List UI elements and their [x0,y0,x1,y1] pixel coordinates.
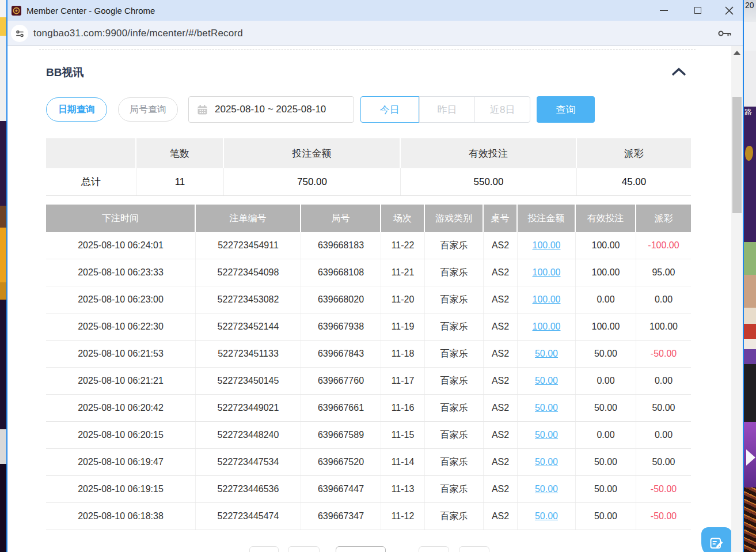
password-key-icon[interactable] [717,29,732,40]
date-range-input[interactable]: 2025-08-10 ~ 2025-08-10 [188,96,354,123]
round-no-cell: 639667938 [301,313,381,340]
table-no-cell: AS2 [484,341,518,367]
session-cell: 11-20 [381,286,425,313]
scroll-up-arrow-icon[interactable] [734,51,740,55]
game-type-cell: 百家乐 [425,341,484,367]
bet-amount-cell: 50.00 [518,395,576,421]
table-no-cell: AS2 [484,476,518,502]
table-no-cell: AS2 [484,449,518,475]
table-row: 2025-08-10 06:23:00522723453082639668020… [46,286,691,313]
valid-bet-cell: 0.00 [576,286,636,313]
quick-range-last8days[interactable]: 近8日 [474,97,530,122]
payout-cell: -50.00 [636,341,691,367]
game-type-cell: 百家乐 [425,259,484,286]
game-type-cell: 百家乐 [425,368,484,394]
bet-id-cell: 522723454911 [196,232,301,259]
round-no-cell: 639668183 [301,232,381,259]
session-cell: 11-18 [381,341,425,367]
bet-time-cell: 2025-08-10 06:23:33 [46,259,196,286]
date-range-value: 2025-08-10 ~ 2025-08-10 [215,104,326,115]
bet-id-cell: 522723449021 [196,395,301,421]
minimize-button[interactable] [660,0,668,21]
session-cell: 11-22 [381,232,425,259]
bet-amount-link[interactable]: 50.00 [535,484,558,494]
bet-amount-cell: 100.00 [518,232,576,259]
bet-amount-link[interactable]: 50.00 [535,403,558,413]
bet-amount-cell: 100.00 [518,313,576,340]
tune-icon [15,29,25,39]
table-row: 2025-08-10 06:19:47522723447534639667520… [46,449,691,476]
bet-amount-link[interactable]: 50.00 [535,349,558,359]
session-cell: 11-13 [381,476,425,502]
bet-amount-link[interactable]: 50.00 [535,457,558,467]
quick-range-group: 今日 昨日 近8日 [360,96,530,123]
bet-amount-link[interactable]: 100.00 [533,322,561,332]
header-bet-time: 下注时间 [46,205,195,232]
game-type-cell: 百家乐 [425,503,484,530]
bet-amount-link[interactable]: 100.00 [533,240,561,251]
bet-time-cell: 2025-08-10 06:18:38 [46,503,196,530]
window-titlebar: Member Center - Google Chrome [7,0,743,21]
table-no-cell: AS2 [484,368,518,394]
table-no-cell: AS2 [484,395,518,421]
table-row: 2025-08-10 06:21:53522723451133639667843… [46,341,691,368]
bet-table-body: 2025-08-10 06:24:01522723454911639668183… [46,232,691,530]
table-no-cell: AS2 [484,422,518,448]
chevron-up-icon [671,67,687,77]
payout-cell: -50.00 [636,476,691,502]
session-cell: 11-21 [381,259,425,286]
pagination-first-button[interactable] [249,546,279,552]
session-cell: 11-16 [381,395,425,421]
pagination-prev-button[interactable] [288,546,320,552]
bet-amount-link[interactable]: 100.00 [533,294,561,305]
url-field[interactable]: tongbao31.com:9900/infe/mcenter/#/betRec… [33,21,243,46]
bet-time-cell: 2025-08-10 06:19:47 [46,449,196,475]
pagination-page-select[interactable] [336,546,386,552]
session-cell: 11-12 [381,503,425,530]
search-button[interactable]: 查询 [537,96,595,123]
bet-amount-cell: 50.00 [518,476,576,502]
payout-cell: 50.00 [636,449,691,475]
bet-amount-link[interactable]: 50.00 [535,511,558,521]
table-row: 2025-08-10 06:18:38522723445474639667347… [46,503,691,530]
underlay-play-icon [746,449,755,466]
desktop-clock-fragment: 20 [744,0,754,10]
bet-id-cell: 522723454098 [196,259,301,286]
bet-amount-link[interactable]: 100.00 [533,267,561,278]
table-row: 2025-08-10 06:22:30522723452144639667938… [46,313,691,341]
session-cell: 11-14 [381,449,425,475]
bet-amount-link[interactable]: 50.00 [535,430,558,440]
collapse-section-button[interactable] [671,67,687,79]
table-row: 2025-08-10 06:19:15522723446536639667447… [46,476,691,503]
payout-cell: -100.00 [636,232,691,259]
quick-range-today[interactable]: 今日 [360,96,419,123]
scrollbar-thumb[interactable] [732,97,742,213]
site-info-button[interactable] [11,25,28,42]
bet-time-cell: 2025-08-10 06:24:01 [46,232,196,259]
pagination-next-button[interactable] [419,546,449,552]
close-button[interactable] [725,0,734,21]
bet-amount-link[interactable]: 50.00 [535,376,558,386]
round-no-cell: 639667760 [301,368,381,394]
bet-time-cell: 2025-08-10 06:22:30 [46,313,196,340]
maximize-button[interactable] [694,0,701,21]
bet-amount-cell: 50.00 [518,449,576,475]
table-row: 2025-08-10 06:20:42522723449021639667661… [46,395,691,422]
bet-amount-cell: 50.00 [518,341,576,367]
round-no-cell: 639667347 [301,503,381,530]
header-bet-id: 注单编号 [196,205,300,232]
bet-id-cell: 522723453082 [196,286,301,313]
summary-table: 笔数 投注金额 有效投注 派彩 总计 11 750.00 550.00 45.0… [46,138,691,196]
summary-header-blank [46,138,135,168]
valid-bet-cell: 50.00 [576,341,636,367]
round-query-tab[interactable]: 局号查询 [118,97,178,122]
table-row: 2025-08-10 06:23:33522723454098639668108… [46,259,691,286]
calendar-icon [197,104,208,115]
session-cell: 11-19 [381,313,425,340]
page-scrollbar[interactable] [731,46,743,552]
pagination-last-button[interactable] [459,546,489,552]
date-query-tab[interactable]: 日期查询 [46,97,107,122]
quick-range-yesterday[interactable]: 昨日 [419,97,475,122]
payout-cell: 0.00 [636,368,691,394]
feedback-compose-button[interactable] [701,527,732,552]
